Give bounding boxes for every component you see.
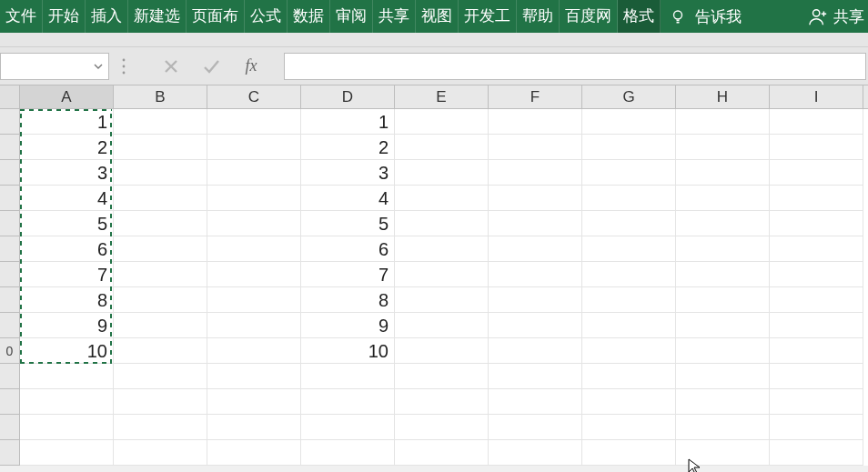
cell[interactable] bbox=[207, 160, 301, 186]
cell[interactable] bbox=[489, 236, 582, 262]
col-header-I[interactable]: I bbox=[770, 85, 863, 108]
cell[interactable] bbox=[395, 415, 489, 440]
cell[interactable] bbox=[395, 135, 489, 160]
select-all-corner[interactable] bbox=[0, 85, 20, 108]
cell[interactable] bbox=[114, 364, 207, 389]
cell[interactable] bbox=[489, 440, 582, 466]
tab-share[interactable]: 共享 bbox=[373, 0, 416, 33]
cell[interactable] bbox=[676, 338, 770, 364]
cell[interactable] bbox=[582, 211, 676, 236]
cell[interactable] bbox=[770, 135, 863, 160]
cell[interactable] bbox=[489, 415, 582, 440]
cell[interactable] bbox=[676, 440, 770, 466]
cell[interactable] bbox=[582, 415, 676, 440]
cancel-edit-button[interactable] bbox=[161, 56, 181, 76]
cell[interactable] bbox=[676, 236, 770, 262]
col-header-E[interactable]: E bbox=[395, 85, 489, 108]
cell[interactable]: 5 bbox=[20, 211, 114, 236]
cell[interactable] bbox=[20, 440, 114, 466]
cell[interactable] bbox=[207, 135, 301, 160]
cell[interactable] bbox=[301, 389, 395, 415]
cell[interactable] bbox=[395, 236, 489, 262]
cell[interactable] bbox=[582, 186, 676, 211]
tab-dev[interactable]: 开发工 bbox=[459, 0, 517, 33]
row-header[interactable] bbox=[0, 262, 20, 287]
cell[interactable] bbox=[114, 135, 207, 160]
cell[interactable] bbox=[207, 109, 301, 135]
cell[interactable] bbox=[489, 262, 582, 287]
tab-formulas[interactable]: 公式 bbox=[245, 0, 288, 33]
cell[interactable]: 1 bbox=[20, 109, 114, 135]
cell[interactable]: 1 bbox=[301, 109, 395, 135]
cell[interactable] bbox=[770, 287, 863, 313]
cell[interactable] bbox=[114, 415, 207, 440]
cell[interactable] bbox=[395, 211, 489, 236]
cell[interactable] bbox=[582, 236, 676, 262]
cell[interactable] bbox=[395, 109, 489, 135]
cell[interactable] bbox=[207, 313, 301, 338]
cell[interactable]: 4 bbox=[301, 186, 395, 211]
row-header[interactable] bbox=[0, 236, 20, 262]
cell[interactable] bbox=[770, 262, 863, 287]
cell[interactable] bbox=[676, 135, 770, 160]
row-header[interactable] bbox=[0, 364, 20, 389]
tab-review[interactable]: 审阅 bbox=[330, 0, 373, 33]
cell[interactable] bbox=[582, 364, 676, 389]
cell[interactable] bbox=[676, 415, 770, 440]
tab-format[interactable]: 格式 bbox=[618, 0, 661, 33]
formula-input[interactable] bbox=[284, 53, 866, 80]
cell[interactable] bbox=[770, 186, 863, 211]
cell[interactable] bbox=[114, 236, 207, 262]
cell[interactable] bbox=[114, 338, 207, 364]
cell[interactable] bbox=[114, 262, 207, 287]
cell[interactable] bbox=[676, 287, 770, 313]
col-header-C[interactable]: C bbox=[207, 85, 301, 108]
row-header[interactable] bbox=[0, 211, 20, 236]
cell[interactable] bbox=[770, 313, 863, 338]
formula-bar-expand[interactable] bbox=[109, 57, 138, 75]
cell[interactable] bbox=[770, 389, 863, 415]
cell[interactable] bbox=[770, 415, 863, 440]
row-header[interactable] bbox=[0, 186, 20, 211]
tab-view[interactable]: 视图 bbox=[416, 0, 459, 33]
tab-data[interactable]: 数据 bbox=[288, 0, 330, 33]
cell[interactable] bbox=[114, 211, 207, 236]
cell[interactable]: 10 bbox=[301, 338, 395, 364]
cell[interactable] bbox=[489, 364, 582, 389]
cell[interactable] bbox=[582, 109, 676, 135]
confirm-edit-button[interactable] bbox=[201, 56, 221, 76]
cell[interactable] bbox=[770, 338, 863, 364]
cell[interactable] bbox=[582, 338, 676, 364]
cell[interactable]: 5 bbox=[301, 211, 395, 236]
cell[interactable]: 3 bbox=[301, 160, 395, 186]
cell[interactable] bbox=[489, 186, 582, 211]
cell[interactable] bbox=[207, 211, 301, 236]
cell[interactable]: 9 bbox=[20, 313, 114, 338]
insert-function-button[interactable]: fx bbox=[241, 56, 261, 76]
cell[interactable] bbox=[114, 109, 207, 135]
cell[interactable] bbox=[114, 186, 207, 211]
cell[interactable]: 7 bbox=[301, 262, 395, 287]
cell[interactable] bbox=[207, 364, 301, 389]
tab-file[interactable]: 文件 bbox=[0, 0, 43, 33]
cell[interactable] bbox=[770, 109, 863, 135]
cell[interactable] bbox=[582, 262, 676, 287]
chevron-down-icon[interactable] bbox=[94, 62, 103, 71]
cell[interactable] bbox=[676, 262, 770, 287]
col-header-A[interactable]: A bbox=[20, 85, 114, 108]
cell[interactable] bbox=[114, 389, 207, 415]
cell[interactable] bbox=[676, 313, 770, 338]
cell[interactable] bbox=[582, 313, 676, 338]
cell[interactable] bbox=[676, 389, 770, 415]
cell[interactable] bbox=[395, 186, 489, 211]
cell[interactable] bbox=[582, 135, 676, 160]
row-header[interactable] bbox=[0, 160, 20, 186]
row-header[interactable] bbox=[0, 415, 20, 440]
cell[interactable] bbox=[676, 160, 770, 186]
cell[interactable]: 2 bbox=[301, 135, 395, 160]
cell[interactable] bbox=[395, 313, 489, 338]
tab-baidu[interactable]: 百度网 bbox=[560, 0, 618, 33]
cell[interactable] bbox=[207, 415, 301, 440]
cell[interactable]: 6 bbox=[301, 236, 395, 262]
cell[interactable]: 2 bbox=[20, 135, 114, 160]
